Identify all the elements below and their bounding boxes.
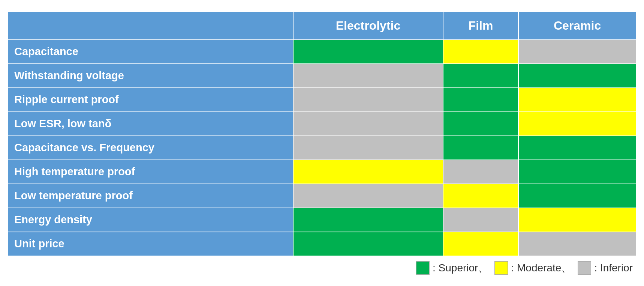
cell-ceramic — [518, 232, 636, 256]
row-label: Low ESR, low tanδ — [8, 112, 293, 136]
cell-film — [443, 136, 518, 160]
cell-ceramic — [518, 88, 636, 112]
table-row: Withstanding voltage — [8, 64, 636, 88]
cell-film — [443, 232, 518, 256]
legend-inferior-label: : Inferior — [594, 262, 633, 274]
cell-ceramic — [518, 208, 636, 232]
row-label: Withstanding voltage — [8, 64, 293, 88]
legend-moderate-label: : Moderate、 — [511, 261, 572, 275]
legend-inferior: : Inferior — [578, 261, 633, 275]
row-label: Unit price — [8, 232, 293, 256]
cell-electrolytic — [293, 40, 443, 64]
cell-electrolytic — [293, 136, 443, 160]
cell-ceramic — [518, 40, 636, 64]
table-row: Ripple current proof — [8, 88, 636, 112]
row-label: Capacitance — [8, 40, 293, 64]
cell-electrolytic — [293, 184, 443, 208]
legend-superior-icon — [416, 261, 430, 275]
cell-film — [443, 208, 518, 232]
row-label: High temperature proof — [8, 160, 293, 184]
comparison-table: Electrolytic Film Ceramic CapacitanceWit… — [7, 11, 637, 256]
cell-film — [443, 160, 518, 184]
cell-electrolytic — [293, 208, 443, 232]
cell-film — [443, 64, 518, 88]
table-row: Unit price — [8, 232, 636, 256]
row-label: Capacitance vs. Frequency — [8, 136, 293, 160]
table-row: Energy density — [8, 208, 636, 232]
legend-superior: : Superior、 — [416, 261, 488, 275]
cell-electrolytic — [293, 64, 443, 88]
cell-ceramic — [518, 160, 636, 184]
table-row: High temperature proof — [8, 160, 636, 184]
cell-film — [443, 88, 518, 112]
header-film: Film — [443, 12, 518, 40]
row-label: Ripple current proof — [8, 88, 293, 112]
cell-electrolytic — [293, 160, 443, 184]
cell-ceramic — [518, 112, 636, 136]
legend-superior-label: : Superior、 — [433, 261, 488, 275]
cell-ceramic — [518, 136, 636, 160]
cell-electrolytic — [293, 232, 443, 256]
row-label: Low temperature proof — [8, 184, 293, 208]
table-row: Capacitance vs. Frequency — [8, 136, 636, 160]
legend-inferior-icon — [578, 261, 591, 275]
cell-ceramic — [518, 184, 636, 208]
cell-film — [443, 184, 518, 208]
header-category — [8, 12, 293, 40]
legend-moderate-icon — [494, 261, 508, 275]
row-label: Energy density — [8, 208, 293, 232]
header-electrolytic: Electrolytic — [293, 12, 443, 40]
comparison-table-wrapper: Electrolytic Film Ceramic CapacitanceWit… — [7, 11, 637, 256]
cell-electrolytic — [293, 112, 443, 136]
legend-moderate: : Moderate、 — [494, 261, 572, 275]
legend: : Superior、 : Moderate、 : Inferior — [7, 261, 637, 275]
header-ceramic: Ceramic — [518, 12, 636, 40]
cell-electrolytic — [293, 88, 443, 112]
cell-film — [443, 40, 518, 64]
table-row: Capacitance — [8, 40, 636, 64]
cell-film — [443, 112, 518, 136]
table-row: Low temperature proof — [8, 184, 636, 208]
table-row: Low ESR, low tanδ — [8, 112, 636, 136]
cell-ceramic — [518, 64, 636, 88]
